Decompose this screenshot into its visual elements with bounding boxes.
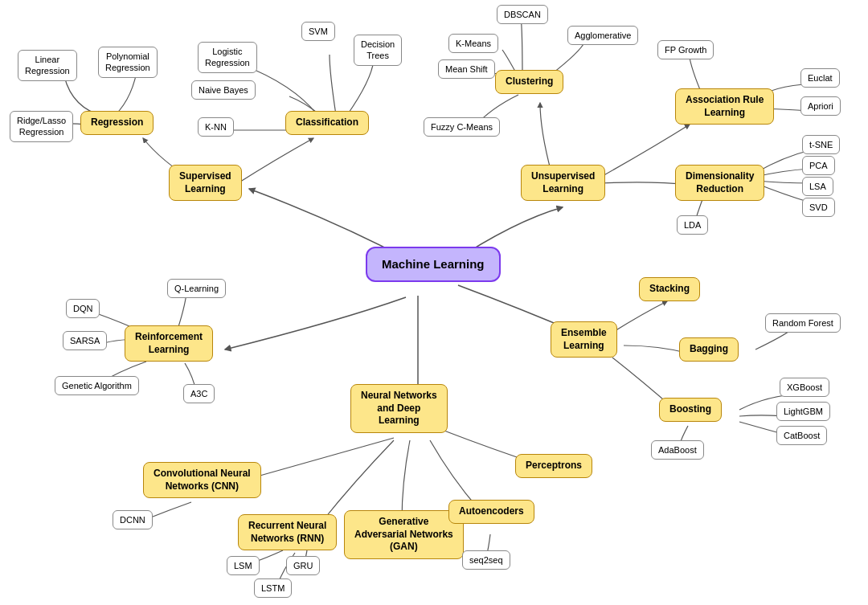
node-decision-trees: DecisionTrees	[354, 35, 402, 66]
node-svm: SVM	[301, 22, 335, 41]
node-lda: LDA	[677, 215, 708, 235]
node-kmeans: K-Means	[448, 34, 498, 53]
node-stacking: Stacking	[639, 277, 700, 301]
node-tsne: t-SNE	[802, 135, 840, 154]
node-bagging: Bagging	[679, 337, 739, 362]
node-pca: PCA	[802, 156, 835, 175]
node-knn: K-NN	[198, 117, 234, 137]
node-adaboost: AdaBoost	[651, 440, 704, 460]
node-neural: Neural Networksand DeepLearning	[350, 384, 448, 433]
node-catboost: CatBoost	[776, 426, 827, 445]
node-sarsa: SARSA	[63, 331, 107, 350]
node-reinforcement: ReinforcementLearning	[125, 325, 213, 362]
node-random-forest: Random Forest	[765, 313, 841, 333]
node-agglomerative: Agglomerative	[567, 26, 638, 45]
node-genetic: Genetic Algorithm	[55, 376, 139, 395]
node-ridge-lasso: Ridge/LassoRegression	[10, 111, 73, 142]
node-logistic-reg: LogisticRegression	[198, 42, 257, 73]
node-euclat: Euclat	[800, 68, 840, 88]
node-autoencoders: Autoencoders	[448, 500, 534, 524]
node-fuzzy: Fuzzy C-Means	[424, 117, 500, 137]
node-gan: GenerativeAdversarial Networks(GAN)	[344, 510, 464, 559]
node-supervised: SupervisedLearning	[169, 165, 242, 201]
node-linear-reg: LinearRegression	[18, 50, 77, 81]
node-gru: GRU	[286, 556, 320, 575]
node-cnn: Convolutional NeuralNetworks (CNN)	[143, 462, 261, 498]
node-qlearning: Q-Learning	[167, 279, 226, 298]
node-boosting: Boosting	[659, 398, 722, 422]
node-lightgbm: LightGBM	[776, 402, 830, 421]
node-naive-bayes: Naive Bayes	[191, 80, 256, 100]
node-mean-shift: Mean Shift	[438, 59, 495, 79]
node-rnn: Recurrent NeuralNetworks (RNN)	[238, 514, 337, 550]
node-fp-growth: FP Growth	[657, 40, 714, 59]
node-clustering: Clustering	[495, 70, 563, 94]
node-dbscan: DBSCAN	[497, 5, 548, 24]
node-a3c: A3C	[183, 384, 215, 403]
node-dcnn: DCNN	[113, 510, 153, 529]
node-perceptrons: Perceptrons	[515, 454, 592, 478]
node-association: Association RuleLearning	[675, 88, 774, 125]
node-dqn: DQN	[66, 299, 100, 318]
node-unsupervised: UnsupervisedLearning	[521, 165, 605, 201]
node-lsa: LSA	[802, 177, 833, 196]
node-lsm: LSM	[227, 556, 260, 575]
node-polynomial-reg: PolynomialRegression	[98, 47, 158, 78]
node-dimensionality: DimensionalityReduction	[675, 165, 764, 201]
node-regression: Regression	[80, 111, 154, 135]
node-classification: Classification	[285, 111, 369, 135]
node-lstm: LSTM	[254, 578, 292, 598]
node-seq2seq: seq2seq	[462, 550, 510, 570]
node-svd: SVD	[802, 198, 835, 217]
node-apriori: Apriori	[800, 96, 841, 116]
node-machine-learning: Machine Learning	[366, 247, 501, 282]
mindmap-container: Machine Learning SupervisedLearning Unsu…	[0, 0, 868, 605]
node-xgboost: XGBoost	[780, 378, 829, 397]
node-ensemble: EnsembleLearning	[551, 321, 617, 358]
